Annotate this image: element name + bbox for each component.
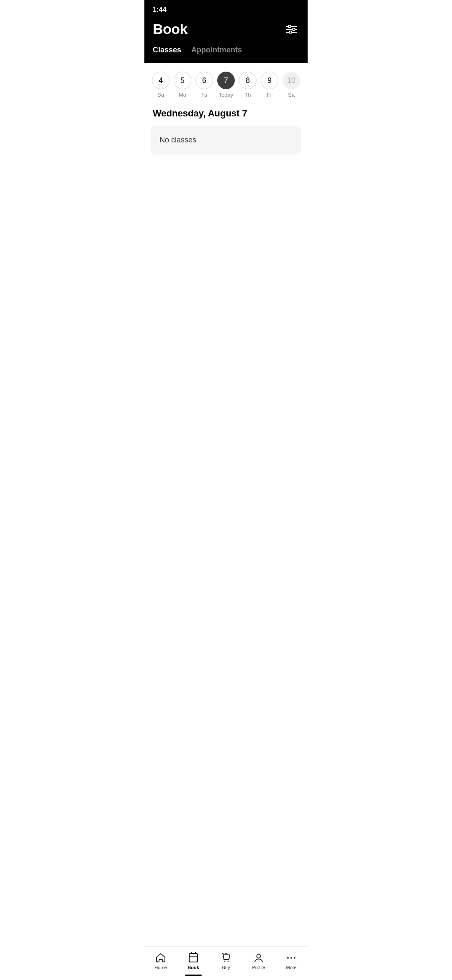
svg-point-3 (288, 25, 291, 28)
day-label-fri: Fr (267, 92, 272, 98)
day-number-7: 7 (217, 72, 235, 89)
day-number-6: 6 (195, 72, 213, 89)
day-label-thu: Th (244, 92, 251, 98)
no-classes-card: No classes (151, 126, 301, 155)
day-item-thu[interactable]: 8 Th (238, 72, 257, 98)
status-bar: 1:44 (144, 0, 308, 17)
tab-classes[interactable]: Classes (153, 46, 181, 56)
filter-icon[interactable] (284, 22, 299, 37)
date-heading: Wednesday, August 7 (144, 103, 308, 126)
header: Book (144, 17, 308, 44)
day-number-8: 8 (239, 72, 257, 89)
svg-point-5 (289, 31, 292, 34)
day-number-5: 5 (174, 72, 191, 89)
day-item-tue[interactable]: 6 Tu (195, 72, 214, 98)
svg-point-4 (293, 28, 295, 31)
day-item-fri[interactable]: 9 Fr (260, 72, 279, 98)
page-title: Book (153, 21, 187, 37)
day-label-tue: Tu (201, 92, 208, 98)
day-label-mon: Mo (179, 92, 186, 98)
day-item-today[interactable]: 7 Today (216, 72, 236, 98)
day-label-today: Today (219, 92, 234, 98)
calendar-row: 4 Su 5 Mo 6 Tu 7 Today 8 Th 9 Fr 10 Sa (144, 63, 308, 103)
tabs-container: Classes Appointments (144, 44, 308, 63)
day-label-sat: Sa (288, 92, 295, 98)
tab-appointments[interactable]: Appointments (191, 46, 242, 56)
status-time: 1:44 (153, 6, 167, 13)
day-item-sun[interactable]: 4 Su (151, 72, 170, 98)
day-item-sat[interactable]: 10 Sa (282, 72, 301, 98)
day-item-mon[interactable]: 5 Mo (173, 72, 192, 98)
day-number-4: 4 (152, 72, 170, 89)
day-number-10: 10 (282, 72, 300, 89)
day-number-9: 9 (261, 72, 278, 89)
no-classes-text: No classes (159, 136, 196, 144)
day-label-sun: Su (157, 92, 164, 98)
